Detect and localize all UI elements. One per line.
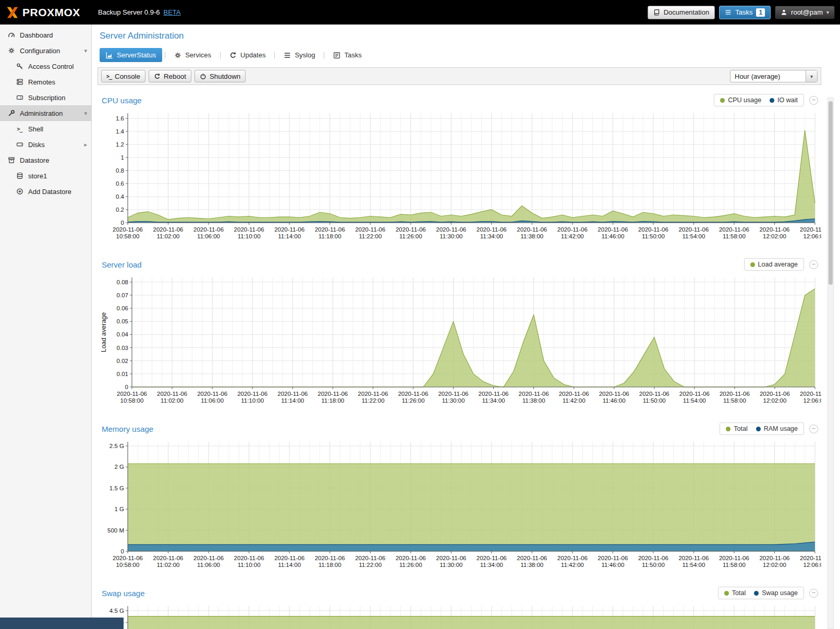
svg-text:11:22:00: 11:22:00 (359, 562, 382, 568)
svg-text:11:02:00: 11:02:00 (161, 397, 184, 404)
sidebar-item-label: Administration (20, 110, 63, 117)
svg-text:11:14:00: 11:14:00 (281, 397, 304, 404)
panel-header: Server load Load average − (98, 256, 821, 273)
chevron-down-icon[interactable]: ▾ (84, 110, 87, 117)
sidebar-item-access-control[interactable]: Access Control (0, 58, 91, 74)
svg-text:11:02:00: 11:02:00 (157, 233, 180, 239)
beta-link[interactable]: BETA (164, 8, 181, 16)
tasks-button[interactable]: Tasks 1 (719, 6, 771, 19)
tab-bar: ServerStatus Services Updates Syslog Tas… (100, 48, 821, 62)
legend-item: Load average (750, 261, 798, 268)
tab-services[interactable]: Services (168, 48, 217, 62)
sidebar-item-dashboard[interactable]: Dashboard (0, 27, 91, 43)
svg-text:0.2: 0.2 (116, 207, 124, 213)
collapse-panel-icon[interactable]: − (809, 96, 818, 105)
svg-text:2020-11-06: 2020-11-06 (157, 391, 187, 397)
sidebar-item-disks[interactable]: Disks ▸ (0, 137, 91, 152)
svg-text:0.05: 0.05 (117, 318, 128, 324)
svg-text:2 G: 2 G (114, 464, 124, 470)
svg-text:11:34:00: 11:34:00 (480, 562, 503, 568)
sidebar-item-store1[interactable]: store1 (0, 168, 91, 184)
sidebar-item-administration[interactable]: Administration ▾ (0, 105, 91, 121)
svg-text:2020-11-06: 2020-11-06 (679, 391, 710, 397)
chevron-down-icon[interactable]: ▾ (84, 47, 87, 54)
svg-text:2020-11-06: 2020-11-06 (719, 555, 749, 561)
sidebar-item-add-datastore[interactable]: Add Datastore (0, 184, 91, 199)
cpu-usage-panel: CPU usage CPU usage IO wait − 00.20.40.6… (98, 91, 821, 247)
svg-text:2020-11-06: 2020-11-06 (517, 226, 547, 233)
svg-text:11:18:00: 11:18:00 (319, 233, 342, 239)
documentation-button[interactable]: Documentation (648, 6, 715, 19)
collapse-panel-icon[interactable]: − (809, 425, 818, 433)
svg-text:2020-11-06: 2020-11-06 (355, 226, 385, 233)
sidebar-item-configuration[interactable]: Configuration ▾ (0, 43, 91, 58)
sidebar-item-label: Remotes (28, 78, 55, 86)
svg-text:2020-11-06: 2020-11-06 (153, 555, 184, 561)
sidebar-item-label: Add Datastore (28, 188, 71, 196)
svg-text:11:50:00: 11:50:00 (643, 397, 666, 404)
svg-text:11:58:00: 11:58:00 (723, 397, 746, 404)
svg-text:2020-11-06: 2020-11-06 (197, 391, 227, 397)
svg-text:2020-11-06: 2020-11-06 (479, 391, 509, 397)
svg-text:2020-11-06: 2020-11-06 (719, 226, 749, 233)
svg-text:2020-11-06: 2020-11-06 (274, 555, 305, 561)
top-header: PROXMOX Backup Server 0.9-6 BETA Documen… (0, 0, 840, 25)
shutdown-button[interactable]: Shutdown (194, 70, 246, 82)
svg-text:11:06:00: 11:06:00 (197, 233, 220, 239)
svg-text:11:26:00: 11:26:00 (401, 397, 424, 404)
timeframe-select[interactable]: Hour (average) ▾ (730, 70, 818, 82)
sidebar-item-subscription[interactable]: Subscription (0, 90, 91, 105)
svg-text:0.06: 0.06 (117, 305, 128, 311)
svg-text:2020-11-06: 2020-11-06 (800, 391, 821, 397)
list-icon (284, 52, 291, 59)
svg-text:12:06:00: 12:06:00 (804, 397, 821, 404)
chevron-right-icon[interactable]: ▸ (84, 141, 87, 148)
svg-text:11:10:00: 11:10:00 (238, 562, 261, 568)
sidebar-item-remotes[interactable]: Remotes (0, 74, 91, 90)
svg-text:2020-11-06: 2020-11-06 (358, 391, 388, 397)
svg-text:2020-11-06: 2020-11-06 (759, 555, 789, 561)
svg-text:11:10:00: 11:10:00 (238, 233, 261, 239)
tasks-count-badge: 1 (756, 8, 765, 17)
collapse-panel-icon[interactable]: − (809, 260, 818, 269)
sidebar-item-shell[interactable]: >_ Shell (0, 121, 91, 137)
legend-marker-icon (724, 591, 729, 596)
svg-text:11:58:00: 11:58:00 (723, 233, 746, 239)
tab-syslog[interactable]: Syslog (277, 48, 321, 62)
user-menu-button[interactable]: root@pam ▾ (775, 6, 835, 19)
terminal-icon: >_ (16, 126, 23, 132)
svg-text:11:54:00: 11:54:00 (682, 562, 705, 568)
vertical-scrollbar[interactable] (827, 98, 834, 629)
svg-text:11:26:00: 11:26:00 (399, 562, 422, 568)
combo-trigger[interactable]: ▾ (806, 70, 817, 82)
tab-label: ServerStatus (117, 51, 156, 59)
svg-text:2020-11-06: 2020-11-06 (153, 226, 184, 233)
tab-updates[interactable]: Updates (223, 48, 272, 62)
tab-label: Updates (240, 51, 265, 59)
svg-text:2.5 G: 2.5 G (109, 443, 124, 449)
main-content: Server Administration ServerStatus Servi… (92, 25, 840, 629)
svg-text:2020-11-06: 2020-11-06 (638, 226, 668, 233)
sidebar-item-datastore[interactable]: Datastore (0, 152, 91, 168)
chart-legend: Load average (744, 258, 804, 271)
svg-text:11:10:00: 11:10:00 (241, 397, 264, 404)
legend-marker-icon (726, 427, 731, 431)
reboot-button[interactable]: Reboot (149, 70, 191, 82)
svg-text:0.02: 0.02 (117, 358, 128, 364)
collapse-panel-icon[interactable]: − (809, 589, 818, 598)
svg-text:12:02:00: 12:02:00 (763, 397, 787, 404)
scrollbar-thumb[interactable] (829, 101, 833, 285)
svg-text:2020-11-06: 2020-11-06 (759, 226, 789, 233)
shutdown-label: Shutdown (210, 72, 240, 80)
svg-text:11:06:00: 11:06:00 (197, 562, 220, 568)
reboot-icon (154, 73, 161, 80)
svg-text:2020-11-06: 2020-11-06 (396, 555, 426, 561)
tab-serverstatus[interactable]: ServerStatus (100, 48, 162, 62)
sidebar-item-label: Access Control (28, 63, 74, 70)
console-button[interactable]: >_ Console (101, 70, 145, 82)
svg-text:2020-11-06: 2020-11-06 (277, 391, 308, 397)
legend-item: CPU usage (720, 96, 761, 104)
tab-tasks[interactable]: Tasks (327, 48, 368, 62)
svg-text:4.5 G: 4.5 G (109, 608, 124, 614)
legend-label: CPU usage (728, 96, 761, 104)
